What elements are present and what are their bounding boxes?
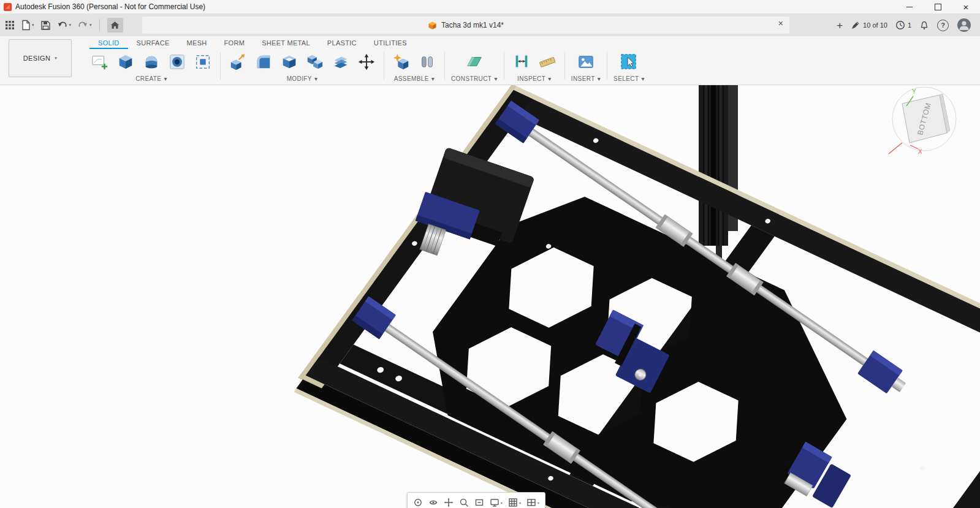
alerts-button[interactable] bbox=[919, 20, 929, 31]
select-group: SELECT▾ bbox=[609, 49, 649, 85]
insert-image-icon bbox=[577, 53, 595, 71]
select-button[interactable] bbox=[618, 51, 640, 73]
document-tab[interactable]: Tacha 3d mk1 v14* × bbox=[142, 17, 789, 34]
pattern-icon bbox=[194, 53, 212, 71]
quick-access-toolbar: ▾ ▾ ▾ Tacha 3d mk1 v14* × + bbox=[0, 14, 980, 36]
hole-icon bbox=[168, 53, 186, 71]
display-settings-button[interactable]: ▾ bbox=[490, 498, 503, 507]
app-grid-button[interactable] bbox=[5, 20, 15, 30]
close-button[interactable]: × bbox=[952, 0, 980, 13]
combine-icon bbox=[306, 53, 324, 71]
create-dropdown[interactable]: CREATE▾ bbox=[135, 75, 167, 82]
press-pull-icon bbox=[229, 53, 247, 71]
create-revolve-button[interactable] bbox=[140, 51, 162, 73]
combine-button[interactable] bbox=[304, 51, 326, 73]
tab-plastic[interactable]: PLASTIC bbox=[319, 36, 365, 49]
undo-button[interactable]: ▾ bbox=[57, 20, 72, 30]
display-settings-caret: ▾ bbox=[501, 501, 503, 505]
orbit-button[interactable] bbox=[413, 498, 423, 507]
fillet-button[interactable] bbox=[253, 51, 275, 73]
create-box-button[interactable] bbox=[115, 51, 137, 73]
maximize-button[interactable] bbox=[924, 0, 952, 13]
new-component-button[interactable] bbox=[390, 51, 412, 73]
save-icon bbox=[40, 20, 51, 31]
tab-sheet-metal[interactable]: SHEET METAL bbox=[253, 36, 319, 49]
job-status-button[interactable]: 10 of 10 bbox=[851, 20, 887, 30]
joint-button[interactable] bbox=[416, 51, 438, 73]
home-view-button[interactable] bbox=[107, 18, 123, 32]
construct-plane-button[interactable] bbox=[463, 51, 485, 73]
insert-dropdown[interactable]: INSERT▾ bbox=[571, 75, 601, 82]
measure-icon bbox=[512, 53, 531, 71]
tab-utilities[interactable]: UTILITIES bbox=[365, 36, 416, 49]
help-button[interactable]: ? bbox=[937, 20, 949, 31]
new-component-icon bbox=[392, 53, 411, 71]
viewport-canvas[interactable]: BOTTOM Y X ▾ bbox=[0, 85, 980, 508]
workspace-label: DESIGN bbox=[23, 55, 51, 62]
inspect-dropdown[interactable]: INSPECT▾ bbox=[517, 75, 552, 82]
orbit-icon bbox=[413, 498, 423, 507]
group-divider bbox=[220, 52, 221, 80]
file-menu-button[interactable]: ▾ bbox=[21, 20, 34, 31]
measure-button[interactable] bbox=[511, 51, 533, 73]
create-sketch-button[interactable] bbox=[89, 51, 111, 73]
redo-caret: ▾ bbox=[89, 23, 92, 28]
tab-surface[interactable]: SURFACE bbox=[128, 36, 178, 49]
create-caret: ▾ bbox=[164, 75, 167, 82]
shell-button[interactable] bbox=[278, 51, 300, 73]
zoom-icon bbox=[459, 498, 469, 507]
workspace-selector[interactable]: DESIGN ▾ bbox=[9, 39, 72, 77]
ruler-button[interactable] bbox=[536, 51, 558, 73]
axis-y-label: Y bbox=[912, 88, 916, 95]
navigation-toolbar: ▾ ▾ ▾ bbox=[407, 492, 545, 508]
grid-snaps-caret: ▾ bbox=[519, 501, 521, 505]
create-pattern-button[interactable] bbox=[192, 51, 214, 73]
document-cube-icon bbox=[428, 21, 437, 30]
construct-plane-icon bbox=[465, 53, 484, 71]
revolve-icon bbox=[142, 53, 161, 71]
viewports-button[interactable]: ▾ bbox=[526, 498, 539, 507]
minimize-button[interactable] bbox=[895, 0, 924, 13]
fit-button[interactable] bbox=[474, 498, 484, 507]
bell-icon bbox=[919, 20, 929, 31]
look-at-button[interactable] bbox=[428, 498, 438, 507]
modify-dropdown[interactable]: MODIFY▾ bbox=[287, 75, 318, 82]
viewcube[interactable]: BOTTOM Y X bbox=[887, 86, 979, 166]
split-body-button[interactable] bbox=[330, 51, 352, 73]
avatar[interactable] bbox=[957, 18, 971, 32]
pan-button[interactable] bbox=[444, 498, 454, 507]
notifications-button[interactable]: 1 bbox=[895, 20, 911, 30]
inspect-caret: ▾ bbox=[548, 75, 551, 82]
tab-form[interactable]: FORM bbox=[216, 36, 254, 49]
press-pull-button[interactable] bbox=[227, 51, 249, 73]
create-hole-button[interactable] bbox=[166, 51, 188, 73]
save-button[interactable] bbox=[40, 20, 51, 31]
construct-caret: ▾ bbox=[494, 75, 497, 82]
tab-mesh[interactable]: MESH bbox=[178, 36, 216, 49]
ribbon-tab-bar: SOLID SURFACE MESH FORM SHEET METAL PLAS… bbox=[85, 36, 980, 49]
tab-close-button[interactable]: × bbox=[778, 19, 783, 28]
notification-count: 1 bbox=[908, 21, 911, 29]
look-at-icon bbox=[428, 498, 438, 507]
maximize-icon bbox=[935, 4, 941, 10]
assemble-dropdown[interactable]: ASSEMBLE▾ bbox=[394, 75, 435, 82]
workspace-caret: ▾ bbox=[55, 56, 57, 61]
undo-icon bbox=[57, 20, 68, 30]
construct-dropdown[interactable]: CONSTRUCT▾ bbox=[451, 75, 498, 82]
file-icon bbox=[21, 20, 31, 31]
group-divider bbox=[564, 52, 565, 80]
redo-button[interactable]: ▾ bbox=[77, 20, 92, 30]
select-dropdown[interactable]: SELECT▾ bbox=[613, 75, 645, 82]
fusion-360-window: Autodesk Fusion 360 (Personal - Not for … bbox=[0, 0, 980, 508]
ribbon: DESIGN ▾ SOLID SURFACE MESH FORM SHEET M… bbox=[0, 36, 980, 85]
move-copy-button[interactable] bbox=[355, 51, 378, 73]
undo-caret: ▾ bbox=[69, 23, 72, 28]
new-tab-button[interactable]: + bbox=[837, 20, 843, 31]
tab-solid[interactable]: SOLID bbox=[89, 36, 128, 49]
grid-snaps-button[interactable]: ▾ bbox=[508, 498, 521, 507]
zoom-button[interactable] bbox=[459, 498, 469, 507]
home-icon bbox=[110, 21, 120, 29]
insert-canvas-button[interactable] bbox=[575, 51, 597, 73]
grid-icon bbox=[508, 498, 518, 507]
joint-icon bbox=[418, 53, 436, 71]
